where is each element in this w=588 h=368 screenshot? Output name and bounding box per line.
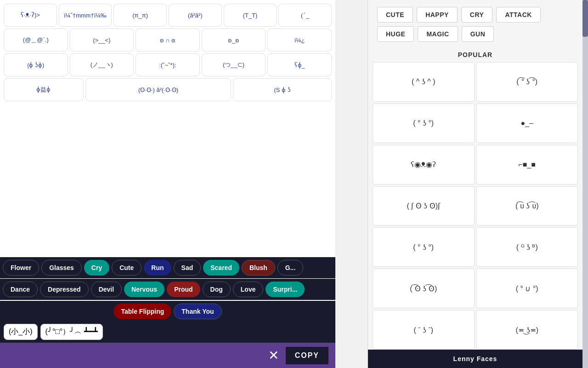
- lenny-faces-bar[interactable]: Lenny Faces: [368, 350, 582, 368]
- filter-buttons-area: CUTE HAPPY CRY ATTACK HUGE MAGIC GUN: [368, 0, 582, 46]
- emoticon-cell[interactable]: ʕɸ_: [267, 53, 332, 76]
- scroll-thumb[interactable]: [582, 0, 588, 37]
- emoticon-cell[interactable]: (T_T): [224, 4, 277, 27]
- category-dance-button[interactable]: Dance: [3, 282, 38, 297]
- emoticon-cell[interactable]: :(˘~˘*):: [136, 53, 200, 76]
- category-sad-button[interactable]: Sad: [174, 260, 201, 276]
- category-glasses-button[interactable]: Glasses: [41, 260, 82, 276]
- category-dog-button[interactable]: Dog: [203, 282, 231, 297]
- face-cell-13[interactable]: (≖ ͜ʖ≖): [476, 310, 578, 350]
- filter-cute-button[interactable]: CUTE: [377, 7, 413, 23]
- category-run-button[interactable]: Run: [144, 260, 171, 276]
- emoticon-grid: ʕ·ᴥ·ʔ)> ï¼ˆ†mmm†ï¼‰ (π_π) (ã²ã²) (T_T) (…: [0, 0, 335, 107]
- bottom-emoji-1[interactable]: (小_小): [4, 324, 38, 340]
- emoticon-cell[interactable]: ʕ·ᴥ·ʔ)>: [4, 4, 57, 27]
- face-cell-0[interactable]: ( ^ ʖ ^ ): [373, 62, 475, 102]
- emoticon-cell[interactable]: ʚ_ʚ: [202, 29, 266, 52]
- face-cell-4[interactable]: ʕ◉ᴥ◉ʔ: [373, 145, 475, 184]
- main-emoticon-area: ʕ·ᴥ·ʔ)> ï¼ˆ†mmm†ï¼‰ (π_π) (ã²ã²) (T_T) (…: [0, 0, 335, 368]
- copy-button[interactable]: COPY: [286, 347, 328, 364]
- face-cell-5[interactable]: ⌐■_■: [476, 145, 578, 184]
- face-cell-11[interactable]: ( ° ∪ °): [476, 269, 578, 308]
- emoticon-cell[interactable]: ï¼¿: [267, 29, 332, 52]
- filter-magic-button[interactable]: MAGIC: [418, 26, 458, 42]
- face-cell-2[interactable]: ( ° ʖ °): [373, 104, 475, 143]
- face-cell-9[interactable]: ( ᴳ ʖ ᴮ): [476, 227, 578, 267]
- category-cry-button[interactable]: Cry: [84, 260, 109, 276]
- scrollbar[interactable]: [582, 0, 588, 368]
- filter-gun-button[interactable]: GUN: [462, 26, 494, 42]
- filter-happy-button[interactable]: HAPPY: [417, 7, 458, 23]
- emoticon-cell[interactable]: (ɸ ʖɸ): [4, 53, 68, 76]
- face-cell-7[interactable]: ( ͡υ ʖ ͡υ): [476, 186, 578, 226]
- emoticon-cell[interactable]: (ˊ_: [278, 4, 332, 27]
- category-love-button[interactable]: Love: [233, 282, 264, 297]
- emoticon-row-3: (ɸ ʖɸ) (ノ__ヽ) :(˘~˘*): (つ__⊂) ʕɸ_: [4, 53, 332, 76]
- emoticon-cell[interactable]: ɸ益ɸ: [4, 78, 84, 101]
- face-cell-12[interactable]: ( ˉ ʖ ˉ): [373, 310, 475, 350]
- filter-attack-button[interactable]: ATTACK: [496, 7, 540, 23]
- face-cell-10[interactable]: ( ͡ʘ ʖ ͡ʘ): [373, 269, 475, 308]
- emoticon-cell[interactable]: (@＿@`.): [4, 29, 68, 52]
- category-nervous-button[interactable]: Nervous: [124, 282, 164, 297]
- emoticon-cell[interactable]: (>__<): [70, 29, 134, 52]
- face-cell-3[interactable]: ●_–: [476, 104, 578, 143]
- emoticon-cell[interactable]: (ã²ã²): [169, 4, 222, 27]
- emoticon-cell[interactable]: (つ__⊂): [202, 53, 266, 76]
- filter-cry-button[interactable]: CRY: [461, 7, 493, 23]
- category-proud-button[interactable]: Proud: [167, 282, 200, 297]
- close-button[interactable]: ✕: [268, 348, 279, 363]
- face-cell-8[interactable]: ( ° ʖ °): [373, 227, 475, 267]
- face-cell-1[interactable]: ( ͡° ʖ ͡°): [476, 62, 578, 102]
- category-depressed-button[interactable]: Depressed: [40, 282, 89, 297]
- emoticon-cell[interactable]: (ʘ·ʘ·) ã²(·ʘ·ʘ): [85, 78, 231, 101]
- faces-grid: ( ^ ʖ ^ ) ( ͡° ʖ ͡°) ( ° ʖ °) ●_– ʕ◉ᴥ◉ʔ …: [368, 62, 582, 350]
- emoticon-cell[interactable]: ʚ ∩ ɞ: [136, 29, 200, 52]
- category-flower-button[interactable]: Flower: [3, 260, 39, 276]
- category-cute-button[interactable]: Cute: [112, 260, 141, 276]
- bottom-emoji-2[interactable]: (╯°□°）╯︵ ┻━┻: [40, 324, 103, 340]
- emoticon-cell[interactable]: (ノ__ヽ): [70, 53, 134, 76]
- category-g-button[interactable]: G...: [277, 260, 304, 276]
- category-scared-button[interactable]: Scared: [203, 260, 239, 276]
- emoticon-row-1: ʕ·ᴥ·ʔ)> ï¼ˆ†mmm†ï¼‰ (π_π) (ã²ã²) (T_T) (…: [4, 4, 332, 27]
- right-panel: CUTE HAPPY CRY ATTACK HUGE MAGIC GUN POP…: [368, 0, 582, 368]
- popular-label: POPULAR: [368, 46, 582, 62]
- filter-huge-button[interactable]: HUGE: [377, 26, 414, 42]
- face-cell-6[interactable]: ( ʃ ʘ ʖ ʘ)ʃ: [373, 186, 475, 226]
- emoticon-cell[interactable]: (S ɸ ʖ: [233, 78, 332, 101]
- category-blush-button[interactable]: Blush: [242, 260, 275, 276]
- category-devil-button[interactable]: Devil: [91, 282, 122, 297]
- category-tableflipping-button[interactable]: Table Flipping: [113, 304, 171, 319]
- category-thankyou-button[interactable]: Thank You: [174, 304, 221, 319]
- emoticon-cell[interactable]: ï¼ˆ†mmm†ï¼‰: [59, 4, 112, 27]
- emoticon-row-4: ɸ益ɸ (ʘ·ʘ·) ã²(·ʘ·ʘ) (S ɸ ʖ: [4, 78, 332, 101]
- emoticon-cell[interactable]: (π_π): [113, 4, 167, 27]
- emoticon-row-2: (@＿@`.) (>__<) ʚ ∩ ɞ ʚ_ʚ ï¼¿: [4, 29, 332, 52]
- category-surpri-button[interactable]: Surpri...: [266, 282, 305, 297]
